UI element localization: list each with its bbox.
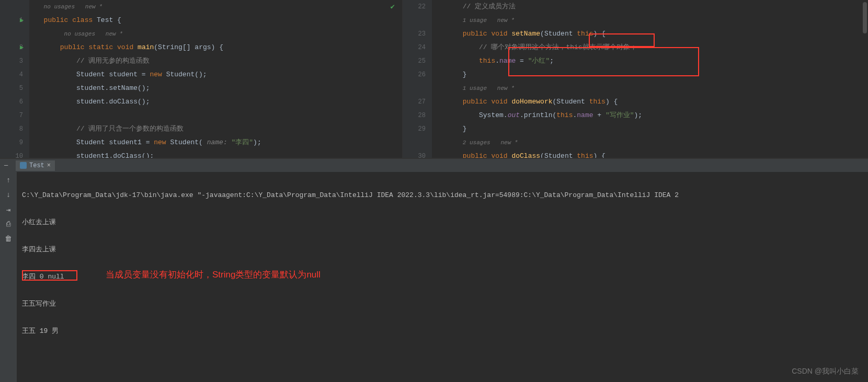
usage-hint: no usages new * [44,4,102,10]
run-gutter-icon[interactable]: ▶ [20,14,24,27]
soft-wrap-icon[interactable]: ⇥ [4,205,13,214]
run-gutter-icon[interactable]: ▶ [20,41,24,54]
minimize-icon[interactable]: — [4,162,16,169]
console-line: C:\Y_Data\Program_Data\jdk-17\bin\java.e… [22,189,863,202]
editor-pane-left: ✔ 1 ▶ 2 ▶ 34567 8910 11 121314151617 no … [0,0,403,158]
usage-hint: 2 usages new * [463,140,518,146]
tab-label: Test [29,162,44,169]
close-icon[interactable]: × [47,162,51,169]
run-tab-test[interactable]: Test × [16,160,55,171]
gutter-right: 2223242526 272829 303132 33343536 [403,0,432,158]
usage-hint: no usages new * [64,31,123,37]
run-toolbar: ↑ ↓ ⇥ ⎙ 🗑 [0,172,17,382]
console-line: 小红去上课 [22,216,863,229]
editor-pane-right: 2223242526 272829 303132 33343536 // 定义成… [403,0,868,158]
print-icon[interactable]: ⎙ [4,220,13,228]
code-area-left[interactable]: 1 ▶ 2 ▶ 34567 8910 11 121314151617 no us… [0,0,402,158]
gutter-left: 1 ▶ 2 ▶ 34567 8910 11 121314151617 [0,0,29,158]
console-output[interactable]: C:\Y_Data\Program_Data\jdk-17\bin\java.e… [17,172,868,382]
console-line: 王五 19 男 [22,325,863,338]
usage-hint: 1 usage new * [463,17,515,24]
scroll-down-icon[interactable]: ↓ [4,191,13,199]
code-lines-left[interactable]: no usages new * public class Test { no u… [29,0,402,158]
run-tool-tabs: — Test × [0,158,868,172]
run-tool-window: ↑ ↓ ⇥ ⎙ 🗑 C:\Y_Data\Program_Data\jdk-17\… [0,172,868,382]
console-line: 王五写作业 [22,297,863,311]
code-lines-right[interactable]: // 定义成员方法 1 usage new * public void setN… [432,0,868,158]
delete-icon[interactable]: 🗑 [4,235,13,243]
scroll-up-icon[interactable]: ↑ [4,176,13,184]
console-line-annotated: 李四 0 null 当成员变量没有初始化时，String类型的变量默认为null [22,270,863,284]
editor-split: ✔ 1 ▶ 2 ▶ 34567 8910 11 121314151617 no … [0,0,868,158]
watermark: CSDN @我叫小白菜 [792,364,859,378]
annotation-text: 当成员变量没有初始化时，String类型的变量默认为null [106,268,321,282]
usage-hint: 1 usage new * [463,85,515,91]
run-config-icon [20,162,27,169]
console-line: 李四去上课 [22,243,863,257]
code-area-right[interactable]: 2223242526 272829 303132 33343536 // 定义成… [403,0,868,158]
